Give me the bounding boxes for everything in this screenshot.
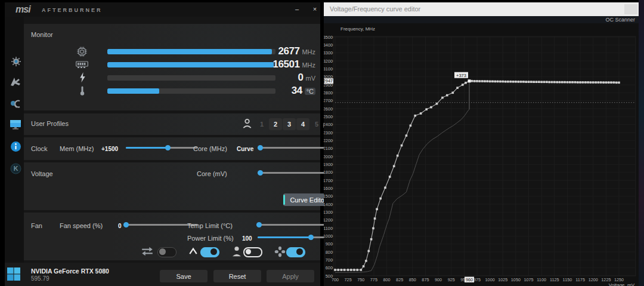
oc-scanner-icon[interactable] xyxy=(10,99,21,109)
curve-point[interactable] xyxy=(405,134,408,137)
curve-point[interactable] xyxy=(479,80,481,82)
profile-slot-1[interactable]: 1 xyxy=(255,118,268,130)
curve-point[interactable] xyxy=(376,208,378,211)
curve-point[interactable] xyxy=(510,81,512,83)
curve-point[interactable] xyxy=(597,81,600,84)
curve-point[interactable] xyxy=(602,81,605,84)
curve-point[interactable] xyxy=(420,112,422,115)
curve-point[interactable] xyxy=(401,144,403,147)
curve-point[interactable] xyxy=(473,80,476,82)
curve-point[interactable] xyxy=(600,81,602,84)
core-clock-slider[interactable] xyxy=(258,145,329,150)
kombustor-k-icon[interactable]: K xyxy=(10,163,21,174)
fan-auto-toggle[interactable] xyxy=(286,247,305,257)
curve-point[interactable] xyxy=(571,81,574,84)
curve-point[interactable] xyxy=(462,84,464,86)
power-limit-slider[interactable] xyxy=(258,235,329,240)
profile-slot-5[interactable]: 5 xyxy=(310,118,323,130)
startup-toggle[interactable] xyxy=(200,247,219,257)
curve-editor-close-icon[interactable] xyxy=(624,4,637,14)
curve-point[interactable] xyxy=(522,81,525,83)
curve-point[interactable] xyxy=(564,81,566,84)
curve-point[interactable] xyxy=(343,269,346,271)
curve-point[interactable] xyxy=(546,81,548,84)
curve-point[interactable] xyxy=(592,81,595,84)
curve-point[interactable] xyxy=(499,81,501,83)
curve-point[interactable] xyxy=(561,81,564,84)
plot-area[interactable] xyxy=(333,36,636,276)
curve-point[interactable] xyxy=(430,106,432,109)
close-button[interactable]: × xyxy=(308,5,321,14)
curve-point[interactable] xyxy=(507,81,509,83)
information-icon[interactable] xyxy=(10,141,21,152)
curve-point[interactable] xyxy=(504,81,507,83)
monitor-display-icon[interactable] xyxy=(10,119,21,130)
profile-slot-3[interactable]: 3 xyxy=(283,118,296,130)
curve-point[interactable] xyxy=(569,81,571,84)
curve-point[interactable] xyxy=(491,81,494,83)
curve-point[interactable] xyxy=(548,81,550,84)
curve-point[interactable] xyxy=(520,81,522,83)
curve-point[interactable] xyxy=(441,97,444,99)
curve-point[interactable] xyxy=(551,81,553,84)
curve-point[interactable] xyxy=(615,82,618,84)
curve-point[interactable] xyxy=(497,81,499,83)
curve-point[interactable] xyxy=(487,80,489,82)
kombustor-icon[interactable] xyxy=(10,76,21,87)
curve-point[interactable] xyxy=(574,81,577,84)
curve-point[interactable] xyxy=(613,81,615,84)
curve-point[interactable] xyxy=(347,269,349,271)
curve-point[interactable] xyxy=(374,217,376,220)
curve-point[interactable] xyxy=(618,82,620,84)
curve-point[interactable] xyxy=(528,81,530,83)
curve-point[interactable] xyxy=(530,81,532,83)
curve-point[interactable] xyxy=(587,81,589,84)
profile-toggle[interactable] xyxy=(243,247,262,257)
curve-point[interactable] xyxy=(481,80,484,82)
curve-point[interactable] xyxy=(502,81,504,83)
curve-point[interactable] xyxy=(414,115,416,117)
curve-point[interactable] xyxy=(582,81,584,84)
curve-point[interactable] xyxy=(353,269,355,271)
mem-clock-slider[interactable] xyxy=(126,145,198,150)
profile-slot-2[interactable]: 2 xyxy=(269,118,282,130)
curve-point[interactable] xyxy=(556,81,558,84)
curve-point[interactable] xyxy=(456,87,459,89)
curve-point[interactable] xyxy=(608,81,610,84)
apply-button[interactable]: Apply xyxy=(267,270,314,282)
curve-point[interactable] xyxy=(384,187,386,189)
curve-point[interactable] xyxy=(518,81,520,83)
curve-point[interactable] xyxy=(356,269,358,271)
curve-point[interactable] xyxy=(365,260,367,262)
curve-point[interactable] xyxy=(465,82,467,84)
curve-point[interactable] xyxy=(389,176,391,178)
titlebar[interactable]: msi AFTERBURNER – × xyxy=(5,2,320,17)
curve-point[interactable] xyxy=(436,103,438,105)
curve-point[interactable] xyxy=(610,81,612,84)
curve-point[interactable] xyxy=(512,81,515,83)
curve-point[interactable] xyxy=(595,81,597,84)
reset-button[interactable]: Reset xyxy=(213,270,261,282)
curve-point[interactable] xyxy=(566,81,569,84)
curve-point[interactable] xyxy=(372,227,374,230)
curve-point[interactable] xyxy=(489,81,491,83)
curve-point[interactable] xyxy=(393,165,395,168)
curve-point[interactable] xyxy=(368,250,370,253)
sync-toggle[interactable] xyxy=(157,247,177,257)
curve-point[interactable] xyxy=(363,265,365,267)
curve-point[interactable] xyxy=(559,81,561,84)
curve-point[interactable] xyxy=(360,269,363,271)
oc-scanner-button[interactable]: OC Scanner xyxy=(605,17,635,23)
curve-point[interactable] xyxy=(532,81,535,83)
curve-point[interactable] xyxy=(476,80,478,82)
curve-point[interactable] xyxy=(553,81,556,84)
curve-point[interactable] xyxy=(577,81,579,84)
curve-point[interactable] xyxy=(538,81,540,83)
curve-point[interactable] xyxy=(452,92,454,94)
curve-point[interactable] xyxy=(494,81,497,83)
temp-limit-slider[interactable] xyxy=(256,222,329,227)
curve-point[interactable] xyxy=(579,81,581,84)
minimize-button[interactable]: – xyxy=(290,5,304,14)
curve-point[interactable] xyxy=(540,81,543,84)
curve-point[interactable] xyxy=(340,269,343,271)
